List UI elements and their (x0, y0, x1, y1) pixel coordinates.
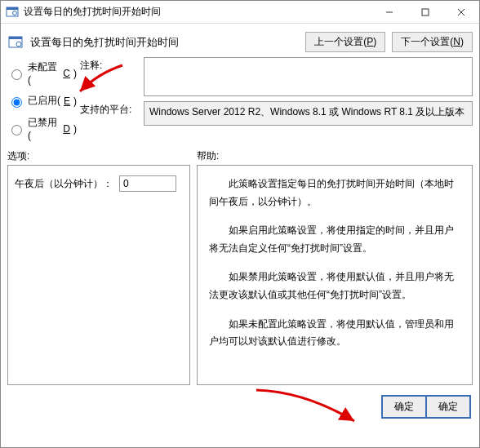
platform-label: 支持的平台: (80, 101, 139, 126)
minutes-label: 午夜后（以分钟计）： (15, 177, 113, 191)
comment-input[interactable] (144, 57, 473, 96)
maximize-button[interactable] (407, 1, 443, 24)
next-setting-button[interactable]: 下一个设置(N) (392, 32, 473, 52)
platform-value: Windows Server 2012 R2、Windows 8.1 或 Win… (144, 101, 473, 126)
help-text: 如果启用此策略设置，将使用指定的时间，并且用户将无法自定义任何“免打扰时间”设置… (209, 222, 460, 257)
svg-point-2 (13, 11, 17, 15)
page-title: 设置每日的免打扰时间开始时间 (30, 35, 299, 50)
help-panel: 此策略设置指定每日的免打扰时间开始时间（本地时间午夜后，以分钟计）。 如果启用此… (197, 165, 473, 385)
help-heading: 帮助: (197, 149, 219, 163)
minimize-button[interactable] (371, 1, 407, 24)
radio-enabled[interactable]: 已启用(E) (7, 94, 77, 108)
help-text: 如果禁用此策略设置，将使用默认值，并且用户将无法更改该默认值或其他任何“免打扰时… (209, 268, 460, 304)
close-button[interactable] (443, 1, 479, 24)
prev-setting-button[interactable]: 上一个设置(P) (305, 32, 385, 52)
options-heading: 选项: (7, 149, 197, 163)
svg-rect-1 (7, 7, 18, 10)
radio-not-configured[interactable]: 未配置(C) (7, 60, 77, 86)
options-panel: 午夜后（以分钟计）： (7, 165, 190, 385)
policy-icon (7, 34, 24, 51)
ok-button[interactable]: 确定 (381, 395, 427, 419)
svg-rect-4 (422, 9, 429, 16)
help-text: 此策略设置指定每日的免打扰时间开始时间（本地时间午夜后，以分钟计）。 (209, 175, 460, 211)
window-title: 设置每日的免打扰时间开始时间 (24, 5, 371, 19)
window-icon (6, 6, 19, 19)
svg-rect-8 (9, 37, 22, 39)
help-text: 如果未配置此策略设置，将使用默认值，管理员和用户均可以对该默认值进行修改。 (209, 316, 460, 351)
comment-label: 注释: (80, 57, 139, 96)
minutes-input[interactable] (119, 175, 176, 192)
svg-point-9 (16, 42, 21, 47)
ok-button-2[interactable]: 确定 (425, 395, 471, 419)
radio-disabled[interactable]: 已禁用(D) (7, 116, 77, 141)
